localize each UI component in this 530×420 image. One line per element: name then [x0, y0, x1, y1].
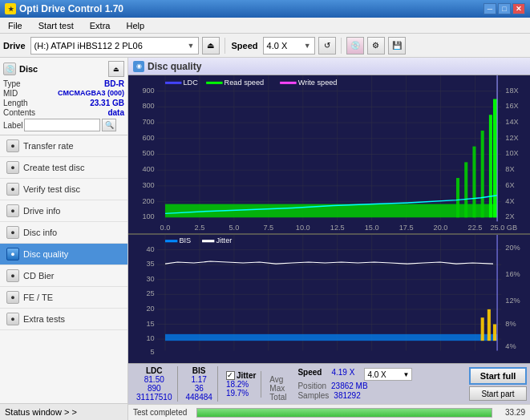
progress-fill — [197, 409, 492, 417]
charts-area: 900 800 700 600 500 400 300 200 100 18X … — [128, 75, 530, 363]
sidebar-item-fe-te[interactable]: ●FE / TE — [0, 287, 127, 309]
chart-bottom: 40 35 30 25 20 15 10 5 20% 16% 12% 8% 4% — [128, 235, 530, 363]
svg-text:25: 25 — [146, 289, 154, 297]
svg-text:600: 600 — [142, 134, 154, 142]
disc-label-input[interactable] — [24, 119, 100, 131]
disc-type-value: BD-R — [104, 79, 124, 88]
svg-text:15: 15 — [146, 320, 154, 328]
start-full-button[interactable]: Start full — [469, 367, 527, 385]
titlebar-controls: ─ □ ✕ — [483, 3, 525, 14]
menu-starttest[interactable]: Start test — [34, 19, 79, 32]
sidebar-item-drive-info[interactable]: ●Drive info — [0, 200, 127, 222]
menu-file[interactable]: File — [3, 19, 27, 32]
svg-text:14X: 14X — [505, 118, 518, 126]
svg-text:2.5: 2.5 — [195, 224, 205, 232]
toolbar-separator — [225, 38, 225, 54]
svg-text:15.0: 15.0 — [365, 224, 379, 232]
disc-info-icon: ● — [6, 226, 19, 239]
drive-select[interactable]: (H:) ATAPI iHBS112 2 PL06 ▼ — [30, 37, 199, 55]
toolbar: Drive (H:) ATAPI iHBS112 2 PL06 ▼ ⏏ Spee… — [0, 34, 530, 58]
menu-extra[interactable]: Extra — [85, 19, 115, 32]
stats-labels: _ Avg Max Total — [265, 366, 291, 402]
speed-stat-arrow: ▼ — [403, 371, 409, 378]
samples-value: 381292 — [334, 391, 360, 400]
samples-label: Samples — [297, 391, 329, 400]
sidebar-item-label-verify-test-disc: Verify test disc — [23, 184, 80, 194]
svg-text:Jitter: Jitter — [216, 236, 232, 244]
jitter-checkbox[interactable]: ✓ — [226, 371, 235, 380]
speed-stat-value: 4.19 X — [331, 368, 354, 381]
cd-bier-icon: ● — [6, 269, 19, 282]
chart-icon: ◉ — [133, 61, 144, 72]
sidebar-item-label-transfer-rate: Transfer rate — [23, 141, 74, 151]
close-button[interactable]: ✕ — [512, 3, 525, 14]
svg-rect-54 — [489, 115, 492, 217]
sidebar-item-disc-quality[interactable]: ●Disc quality — [0, 244, 127, 265]
sidebar-item-transfer-rate[interactable]: ●Transfer rate — [0, 135, 127, 157]
svg-rect-51 — [464, 162, 467, 217]
verify-test-disc-icon: ● — [6, 183, 19, 196]
svg-text:2X: 2X — [505, 212, 514, 220]
drive-dropdown-arrow: ▼ — [188, 42, 195, 50]
speed-select[interactable]: 4.0 X ▼ — [263, 37, 315, 55]
sidebar-item-label-disc-info: Disc info — [23, 228, 57, 237]
chart-top-svg: 900 800 700 600 500 400 300 200 100 18X … — [128, 75, 530, 233]
svg-rect-58 — [206, 82, 222, 84]
status-window-button[interactable]: Status window > > — [0, 403, 127, 420]
sidebar-item-label-cd-bier: CD Bier — [23, 271, 55, 281]
avg-label: Avg — [269, 375, 286, 384]
svg-text:LDC: LDC — [184, 79, 199, 87]
svg-text:300: 300 — [142, 181, 154, 189]
svg-text:4X: 4X — [505, 197, 514, 205]
disc-eject-button[interactable]: ⏏ — [108, 61, 124, 77]
titlebar: ★ Opti Drive Control 1.70 ─ □ ✕ — [0, 0, 530, 18]
disc-contents-label: Contents — [3, 108, 35, 117]
svg-text:18X: 18X — [505, 87, 518, 95]
toolbar-separator2 — [341, 38, 342, 54]
ldc-total: 31117510 — [136, 393, 172, 402]
jitter-header: Jitter — [237, 371, 256, 380]
sidebar-item-cd-bier[interactable]: ●CD Bier — [0, 265, 127, 287]
eject-button[interactable]: ⏏ — [202, 37, 220, 55]
svg-rect-53 — [481, 131, 484, 217]
content-area: ◉ Disc quality — [128, 58, 530, 420]
speed-value: 4.0 X — [267, 41, 288, 50]
svg-text:8X: 8X — [505, 165, 514, 173]
position-row: Position 23862 MB — [297, 382, 463, 390]
disc-button[interactable]: 💿 — [346, 37, 364, 55]
disc-type-label: Type — [3, 79, 21, 88]
speed-stat-select[interactable]: 4.0 X ▼ — [364, 368, 412, 381]
svg-text:6X: 6X — [505, 181, 514, 189]
menubar: File Start test Extra Help — [0, 18, 530, 34]
svg-rect-98 — [165, 240, 177, 242]
sidebar-item-disc-info[interactable]: ●Disc info — [0, 222, 127, 244]
sidebar-item-extra-tests[interactable]: ●Extra tests — [0, 309, 127, 330]
stats-spacer: _ — [269, 366, 286, 375]
sidebar-item-create-test-disc[interactable]: ●Create test disc — [0, 157, 127, 179]
jitter-avg: 18.2% — [226, 380, 249, 389]
stats-bis: BIS 1.17 36 448484 — [181, 366, 218, 402]
sidebar-item-label-extra-tests: Extra tests — [23, 314, 65, 324]
disc-header: 💿 Disc ⏏ — [3, 61, 124, 77]
start-part-button[interactable]: Start part — [469, 386, 527, 401]
svg-text:25.0 GB: 25.0 GB — [490, 224, 517, 232]
minimize-button[interactable]: ─ — [483, 3, 496, 14]
disc-label-browse-button[interactable]: 🔍 — [102, 119, 116, 131]
ldc-avg: 81.50 — [144, 375, 164, 384]
restore-button[interactable]: □ — [498, 3, 511, 14]
disc-panel-title: Disc — [19, 64, 38, 74]
svg-text:20.0: 20.0 — [434, 224, 448, 232]
svg-text:800: 800 — [142, 103, 154, 111]
save-button[interactable]: 💾 — [388, 37, 406, 55]
app-icon: ★ — [5, 3, 16, 14]
sidebar-item-verify-test-disc[interactable]: ●Verify test disc — [0, 179, 127, 200]
disc-contents-value: data — [107, 108, 124, 117]
svg-rect-60 — [280, 82, 296, 84]
refresh-button[interactable]: ↺ — [318, 37, 336, 55]
main-layout: 💿 Disc ⏏ Type BD-R MID CMCMAGBA3 (000) L… — [0, 58, 530, 420]
menu-help[interactable]: Help — [121, 19, 149, 32]
settings-button[interactable]: ⚙ — [367, 37, 385, 55]
disc-length-value: 23.31 GB — [90, 99, 124, 107]
disc-contents-row: Contents data — [3, 108, 124, 117]
speed-stat-select-val: 4.0 X — [367, 370, 386, 379]
